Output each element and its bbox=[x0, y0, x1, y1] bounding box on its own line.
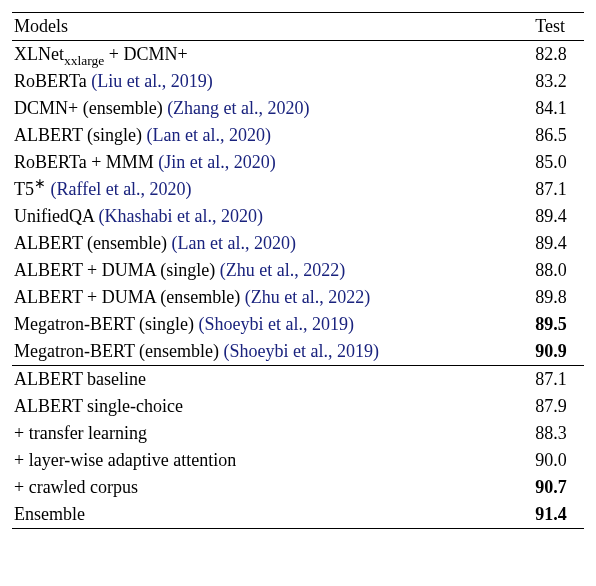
model-cell: + layer-wise adaptive attention bbox=[12, 447, 529, 474]
model-name: RoBERTa + MMM bbox=[14, 152, 158, 172]
model-name: ALBERT baseline bbox=[14, 369, 146, 389]
citation: (Zhang et al., 2020) bbox=[167, 98, 309, 118]
table-body-lower: ALBERT baseline87.1ALBERT single-choice8… bbox=[12, 366, 584, 529]
table-row: RoBERTa + MMM (Jin et al., 2020)85.0 bbox=[12, 149, 584, 176]
model-name: + layer-wise adaptive attention bbox=[14, 450, 236, 470]
test-value: 82.8 bbox=[529, 41, 584, 69]
citation: (Liu et al., 2019) bbox=[91, 71, 212, 91]
table-row: RoBERTa (Liu et al., 2019)83.2 bbox=[12, 68, 584, 95]
table-row: ALBERT (single) (Lan et al., 2020)86.5 bbox=[12, 122, 584, 149]
model-subscript: xxlarge bbox=[64, 53, 104, 68]
model-name: Ensemble bbox=[14, 504, 85, 524]
model-name: XLNet bbox=[14, 44, 64, 64]
table-row: ALBERT (ensemble) (Lan et al., 2020)89.4 bbox=[12, 230, 584, 257]
model-cell: ALBERT baseline bbox=[12, 366, 529, 394]
test-value: 83.2 bbox=[529, 68, 584, 95]
model-name-post: + DCMN+ bbox=[104, 44, 187, 64]
model-cell: DCMN+ (ensemble) (Zhang et al., 2020) bbox=[12, 95, 529, 122]
model-cell: + crawled corpus bbox=[12, 474, 529, 501]
table-row: Megatron-BERT (single) (Shoeybi et al., … bbox=[12, 311, 584, 338]
citation: (Shoeybi et al., 2019) bbox=[224, 341, 379, 361]
citation: (Jin et al., 2020) bbox=[158, 152, 275, 172]
model-cell: T5∗ (Raffel et al., 2020) bbox=[12, 176, 529, 203]
model-name: UnifiedQA bbox=[14, 206, 99, 226]
table-row: ALBERT baseline87.1 bbox=[12, 366, 584, 394]
test-value: 88.3 bbox=[529, 420, 584, 447]
test-value: 87.9 bbox=[529, 393, 584, 420]
model-name: ALBERT (ensemble) bbox=[14, 233, 172, 253]
test-value: 90.0 bbox=[529, 447, 584, 474]
table-row: ALBERT + DUMA (ensemble) (Zhu et al., 20… bbox=[12, 284, 584, 311]
test-value: 90.7 bbox=[529, 474, 584, 501]
table-body-upper: XLNetxxlarge + DCMN+82.8RoBERTa (Liu et … bbox=[12, 41, 584, 366]
model-name: ALBERT + DUMA (single) bbox=[14, 260, 220, 280]
test-value: 84.1 bbox=[529, 95, 584, 122]
model-cell: Ensemble bbox=[12, 501, 529, 529]
model-name: RoBERTa bbox=[14, 71, 91, 91]
table-row: ALBERT + DUMA (single) (Zhu et al., 2022… bbox=[12, 257, 584, 284]
table-row: + layer-wise adaptive attention90.0 bbox=[12, 447, 584, 474]
model-cell: RoBERTa (Liu et al., 2019) bbox=[12, 68, 529, 95]
model-cell: ALBERT (single) (Lan et al., 2020) bbox=[12, 122, 529, 149]
test-value: 88.0 bbox=[529, 257, 584, 284]
test-value: 90.9 bbox=[529, 338, 584, 366]
results-table: Models Test XLNetxxlarge + DCMN+82.8RoBE… bbox=[12, 12, 584, 529]
model-cell: + transfer learning bbox=[12, 420, 529, 447]
table-row: XLNetxxlarge + DCMN+82.8 bbox=[12, 41, 584, 69]
test-value: 89.8 bbox=[529, 284, 584, 311]
model-name: DCMN+ (ensemble) bbox=[14, 98, 167, 118]
table-row: T5∗ (Raffel et al., 2020)87.1 bbox=[12, 176, 584, 203]
model-cell: XLNetxxlarge + DCMN+ bbox=[12, 41, 529, 69]
test-value: 91.4 bbox=[529, 501, 584, 529]
model-cell: Megatron-BERT (ensemble) (Shoeybi et al.… bbox=[12, 338, 529, 366]
model-cell: Megatron-BERT (single) (Shoeybi et al., … bbox=[12, 311, 529, 338]
model-name: ALBERT (single) bbox=[14, 125, 147, 145]
model-name: + crawled corpus bbox=[14, 477, 138, 497]
model-name: + transfer learning bbox=[14, 423, 147, 443]
model-name: T5 bbox=[14, 179, 34, 199]
table-row: Megatron-BERT (ensemble) (Shoeybi et al.… bbox=[12, 338, 584, 366]
test-value: 89.4 bbox=[529, 230, 584, 257]
test-value: 85.0 bbox=[529, 149, 584, 176]
header-test: Test bbox=[529, 13, 584, 41]
test-value: 86.5 bbox=[529, 122, 584, 149]
citation: (Lan et al., 2020) bbox=[172, 233, 296, 253]
model-cell: UnifiedQA (Khashabi et al., 2020) bbox=[12, 203, 529, 230]
model-superscript: ∗ bbox=[34, 176, 46, 191]
model-name: ALBERT single-choice bbox=[14, 396, 183, 416]
test-value: 89.5 bbox=[529, 311, 584, 338]
model-cell: ALBERT + DUMA (ensemble) (Zhu et al., 20… bbox=[12, 284, 529, 311]
table-row: + crawled corpus90.7 bbox=[12, 474, 584, 501]
table-row: Ensemble91.4 bbox=[12, 501, 584, 529]
test-value: 89.4 bbox=[529, 203, 584, 230]
table-row: ALBERT single-choice87.9 bbox=[12, 393, 584, 420]
table-header-row: Models Test bbox=[12, 13, 584, 41]
citation: (Khashabi et al., 2020) bbox=[99, 206, 263, 226]
test-value: 87.1 bbox=[529, 366, 584, 394]
citation: (Shoeybi et al., 2019) bbox=[199, 314, 354, 334]
table-row: + transfer learning88.3 bbox=[12, 420, 584, 447]
model-cell: ALBERT (ensemble) (Lan et al., 2020) bbox=[12, 230, 529, 257]
citation: (Lan et al., 2020) bbox=[147, 125, 271, 145]
citation: (Raffel et al., 2020) bbox=[51, 179, 192, 199]
model-cell: ALBERT + DUMA (single) (Zhu et al., 2022… bbox=[12, 257, 529, 284]
table-row: UnifiedQA (Khashabi et al., 2020)89.4 bbox=[12, 203, 584, 230]
citation: (Zhu et al., 2022) bbox=[220, 260, 345, 280]
citation: (Zhu et al., 2022) bbox=[245, 287, 370, 307]
test-value: 87.1 bbox=[529, 176, 584, 203]
table-row: DCMN+ (ensemble) (Zhang et al., 2020)84.… bbox=[12, 95, 584, 122]
header-models: Models bbox=[12, 13, 529, 41]
model-cell: RoBERTa + MMM (Jin et al., 2020) bbox=[12, 149, 529, 176]
model-name: ALBERT + DUMA (ensemble) bbox=[14, 287, 245, 307]
model-name: Megatron-BERT (single) bbox=[14, 314, 199, 334]
model-cell: ALBERT single-choice bbox=[12, 393, 529, 420]
model-name: Megatron-BERT (ensemble) bbox=[14, 341, 224, 361]
